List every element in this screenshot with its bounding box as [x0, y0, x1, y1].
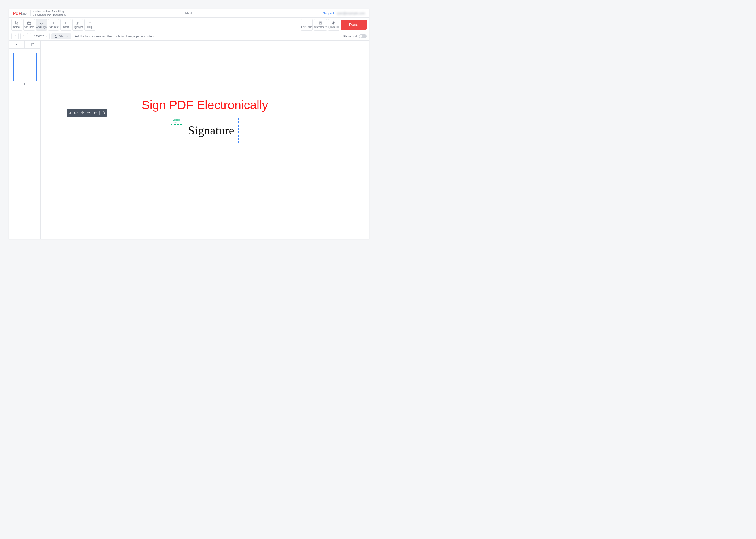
- insert-button[interactable]: Insert: [60, 19, 71, 31]
- svg-text:T: T: [87, 112, 89, 114]
- header-right: Support user@example.com: [323, 12, 369, 15]
- hint-text: Fill the form or use another tools to ch…: [75, 35, 154, 38]
- svg-text:T: T: [94, 112, 95, 114]
- text-size-up-icon: T: [87, 111, 91, 115]
- thumbnail-sidebar: 1: [9, 40, 41, 239]
- main-toolbar: Select Add Date Add Sign Ad: [9, 18, 369, 32]
- sig-size-down-button[interactable]: T: [93, 111, 97, 115]
- sig-size-up-button[interactable]: T: [87, 111, 91, 115]
- header-bar: PDFLiner Online Platform for Editing All…: [9, 9, 369, 18]
- page-content: Sign PDF Electronically OK T: [41, 40, 369, 160]
- sig-ok-button[interactable]: OK: [74, 111, 79, 115]
- stamp-icon: [54, 35, 58, 38]
- tool-group-select: Select: [11, 19, 22, 31]
- select-label: Select: [13, 26, 20, 29]
- grid-toggle-wrap: Show grid: [343, 34, 367, 38]
- copy-icon: [81, 111, 84, 115]
- plus-icon: [64, 21, 68, 25]
- sig-toolbar-separator: [99, 111, 100, 115]
- signature-text: Signature: [188, 123, 234, 137]
- add-date-button[interactable]: Add Date: [23, 19, 35, 31]
- done-button[interactable]: Done: [341, 20, 367, 30]
- signature-toolbar: OK T T: [66, 109, 107, 116]
- help-button[interactable]: Help: [84, 19, 95, 31]
- tagline-line2: All Kinds of PDF Documents: [34, 13, 66, 16]
- svg-rect-16: [32, 44, 34, 46]
- tool-group-date-sign: Add Date Add Sign: [23, 19, 47, 31]
- help-label: Help: [87, 26, 93, 29]
- show-grid-label: Show grid: [343, 35, 357, 38]
- select-button[interactable]: Select: [11, 19, 22, 31]
- edit-form-button[interactable]: Edit Form: [301, 19, 313, 31]
- tagline-line1: Online Platform for Editing: [34, 10, 66, 13]
- user-email[interactable]: user@example.com: [337, 12, 365, 15]
- page-number: 1: [9, 83, 40, 86]
- support-link[interactable]: Support: [323, 12, 334, 15]
- zoom-label: Fit Width: [32, 34, 44, 38]
- redo-icon: [23, 35, 26, 38]
- document-title: blank: [185, 12, 193, 15]
- pages-icon: [31, 42, 35, 47]
- trash-icon: [102, 111, 106, 115]
- help-icon: [88, 21, 92, 25]
- sig-delete-button[interactable]: [102, 111, 106, 115]
- svg-rect-18: [82, 112, 84, 114]
- canvas-area[interactable]: Sign PDF Electronically OK T: [41, 40, 369, 239]
- text-icon: [51, 21, 55, 25]
- tagline: Online Platform for Editing All Kinds of…: [34, 10, 66, 16]
- add-text-button[interactable]: Add Text: [48, 19, 59, 31]
- add-sign-button[interactable]: Add Sign: [36, 19, 47, 31]
- add-date-label: Add Date: [24, 26, 35, 29]
- insert-label: Insert: [62, 26, 69, 29]
- redo-button[interactable]: [21, 33, 28, 39]
- sub-toolbar: Fit Width ⌄ Stamp Fill the form or use a…: [9, 32, 369, 40]
- lightning-icon: [332, 21, 336, 25]
- cursor-icon: [68, 111, 72, 115]
- grid-toggle[interactable]: [359, 34, 367, 38]
- logo-main: PDF: [13, 11, 21, 16]
- highlight-label: Highlight: [73, 26, 83, 29]
- calendar-icon: [27, 21, 31, 25]
- highlight-icon: [76, 21, 80, 25]
- watermark-label: Watermark: [314, 26, 327, 29]
- highlight-button[interactable]: Highlight: [72, 19, 83, 31]
- sig-copy-button[interactable]: [81, 111, 84, 115]
- add-sign-label: Add Sign: [36, 26, 47, 29]
- signature-box[interactable]: Signature: [184, 118, 239, 143]
- quick-fill-button[interactable]: Quick Fill: [328, 19, 339, 31]
- page-thumbnail[interactable]: [13, 53, 37, 82]
- verified-label: Verified: [173, 118, 180, 121]
- tool-group-right: Edit Form Watermark Quick Fill: [301, 19, 339, 31]
- page-manager-button[interactable]: [25, 40, 40, 48]
- logo-section: PDFLiner Online Platform for Editing All…: [9, 10, 70, 16]
- svg-point-9: [90, 24, 90, 24]
- text-size-down-icon: T: [93, 111, 97, 115]
- content-area: 1 Sign PDF Electronically OK: [9, 40, 369, 239]
- signature-icon: [40, 21, 43, 25]
- cursor-icon: [15, 21, 19, 25]
- watermark-icon: [318, 21, 322, 25]
- sidebar-tabs: [9, 40, 40, 49]
- zoom-select[interactable]: Fit Width ⌄: [30, 33, 49, 39]
- signature-group: OK T T: [52, 118, 358, 143]
- stamp-label: Stamp: [59, 35, 68, 38]
- svg-rect-17: [82, 112, 83, 114]
- stamp-button[interactable]: Stamp: [51, 34, 71, 39]
- logo: PDFLiner: [13, 11, 27, 16]
- chevron-left-icon: [15, 43, 18, 46]
- quick-fill-label: Quick Fill: [328, 26, 339, 29]
- edit-form-label: Edit Form: [301, 26, 312, 29]
- verified-date: 7/8/2021: [173, 121, 180, 124]
- svg-rect-0: [28, 22, 31, 24]
- collapse-sidebar-button[interactable]: [9, 40, 25, 48]
- watermark-button[interactable]: Watermark: [314, 19, 327, 31]
- thumbnails: 1: [9, 49, 40, 239]
- undo-button[interactable]: [11, 33, 19, 39]
- sig-move-handle[interactable]: [68, 111, 72, 115]
- add-text-label: Add Text: [49, 26, 59, 29]
- chevron-down-icon: ⌄: [45, 34, 47, 38]
- tool-group-text: Add Text Insert Highlight Help: [48, 19, 95, 31]
- logo-sub: Liner: [21, 12, 27, 15]
- undo-icon: [13, 35, 17, 38]
- logo-divider: [30, 10, 31, 16]
